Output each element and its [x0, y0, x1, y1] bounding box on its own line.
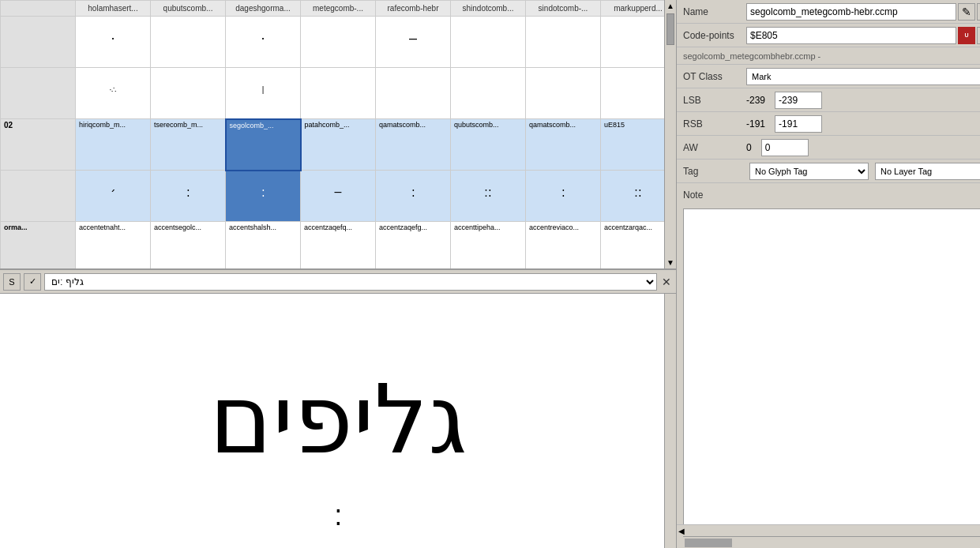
cell-3b-1[interactable]: ׳ — [76, 171, 151, 222]
name-row: Name ✎ ⧉ — [677, 0, 980, 24]
cell-1-4[interactable] — [301, 17, 376, 68]
lsb-value1: -239 — [746, 95, 765, 106]
aw-label: AW — [683, 142, 746, 153]
lsb-label: LSB — [683, 95, 746, 106]
col-header-1[interactable]: holamhasert... — [76, 1, 151, 17]
cell-2-5[interactable] — [376, 68, 451, 119]
name-edit-button[interactable]: ✎ — [958, 3, 975, 21]
rsb-label: RSB — [683, 118, 746, 129]
subtitle-row: segolcomb_metegcombhebr.ccmp - — [677, 47, 980, 65]
row-header-3b — [1, 171, 76, 222]
aw-value1: 0 — [746, 142, 752, 153]
preview-canvas: גליפים ׃ — [0, 294, 676, 548]
cell-1-1[interactable]: · — [76, 17, 151, 68]
ot-class-label: OT Class — [683, 71, 746, 82]
cell-3-7[interactable]: qamatscomb... — [526, 119, 601, 171]
aw-row: AW 0 — [677, 136, 980, 160]
preview-close-button[interactable]: ✕ — [660, 276, 673, 288]
col-header-7[interactable]: sindotcomb-... — [526, 1, 601, 17]
subtitle-text: segolcomb_metegcombhebr.ccmp - — [683, 51, 820, 61]
cell-2-3[interactable]: | — [226, 68, 301, 119]
cell-3b-2[interactable]: ׃ — [151, 171, 226, 222]
layer-tag-select[interactable]: No Layer Tag — [875, 163, 980, 180]
tag-label: Tag — [683, 166, 746, 177]
cell-1-6[interactable] — [451, 17, 526, 68]
cell-3b-6[interactable]: ׃: — [451, 171, 526, 222]
row-header-1 — [1, 17, 76, 68]
row-header-4: orma... — [1, 222, 76, 269]
note-h-scrollbar[interactable] — [683, 536, 980, 548]
preview-panel: S ✓ גליף ׃ים ✕ גליפים ׃ — [0, 268, 676, 548]
col-header-2[interactable]: qubutscomb... — [151, 1, 226, 17]
cell-3-5[interactable]: qamatscomb... — [376, 119, 451, 171]
ot-class-row: OT Class Mark — [677, 65, 980, 88]
cell-3-2[interactable]: tserecomb_m... — [151, 119, 226, 171]
hebrew-preview-text: גליפים — [209, 373, 467, 468]
name-input[interactable] — [746, 3, 956, 21]
cell-2-4[interactable] — [301, 68, 376, 119]
codepoints-input[interactable] — [746, 27, 956, 44]
preview-v-scrollbar[interactable] — [664, 294, 676, 548]
preview-dropdown[interactable]: גליף ׃ים — [44, 273, 657, 291]
cell-4-5[interactable]: accentzaqefg... — [376, 222, 451, 269]
cell-4-7[interactable]: accentreviaco... — [526, 222, 601, 269]
lsb-row: LSB -239 — [677, 88, 980, 112]
codepoints-label: Code-points — [683, 30, 746, 41]
cell-1-2[interactable] — [151, 17, 226, 68]
check-button[interactable]: ✓ — [24, 273, 41, 291]
tag-row: Tag No Glyph Tag No Layer Tag — [677, 160, 980, 183]
cell-1-3[interactable]: · — [226, 17, 301, 68]
codepoints-edit-button[interactable]: ✎ — [977, 27, 980, 44]
cell-3b-7[interactable]: ׃ — [526, 171, 601, 222]
grid-table: holamhasert... qubutscomb... dageshgorma… — [0, 0, 676, 268]
name-copy-button[interactable]: ⧉ — [977, 3, 980, 21]
codepoints-row: Code-points U ✎ — [677, 24, 980, 47]
lsb-input[interactable] — [775, 92, 822, 109]
row-header-2 — [1, 68, 76, 119]
aw-input[interactable] — [761, 139, 809, 156]
ot-class-select[interactable]: Mark — [746, 68, 980, 85]
note-label: Note — [683, 190, 746, 201]
cell-2-1[interactable]: ·∴ — [76, 68, 151, 119]
rsb-row: RSB -191 — [677, 112, 980, 136]
cell-2-6[interactable] — [451, 68, 526, 119]
cell-1-5[interactable]: – — [376, 17, 451, 68]
col-header-4[interactable]: metegcomb-... — [301, 1, 376, 17]
cell-4-4[interactable]: accentzaqefq... — [301, 222, 376, 269]
row-header-3: 02 — [1, 119, 76, 171]
left-arrow[interactable]: ◀ — [677, 527, 686, 535]
glyph-tag-select[interactable]: No Glyph Tag — [749, 163, 869, 180]
cell-3-1[interactable]: hiriqcomb_m... — [76, 119, 151, 171]
name-label: Name — [683, 6, 746, 17]
cell-3b-5[interactable]: ׃ — [376, 171, 451, 222]
v-scroll-thumb[interactable] — [666, 13, 674, 45]
font-s-button[interactable]: S — [3, 273, 21, 291]
glyph-grid: holamhasert... qubutscomb... dageshgorma… — [0, 0, 676, 268]
cell-4-3[interactable]: accentshalsh... — [226, 222, 301, 269]
cell-2-7[interactable] — [526, 68, 601, 119]
col-header-3[interactable]: dageshgorma... — [226, 1, 301, 17]
hebrew-small-text: ׃ — [334, 499, 343, 532]
cell-3-4[interactable]: patahcomb_... — [301, 119, 376, 171]
rsb-value1: -191 — [746, 118, 765, 129]
grid-corner — [1, 1, 76, 17]
unicode-button[interactable]: U — [958, 27, 975, 44]
note-bottom-scrollbar[interactable]: ◀ ▶ — [677, 524, 980, 536]
col-header-5[interactable]: rafecomb-hebr — [376, 1, 451, 17]
cell-3b-4[interactable]: – — [301, 171, 376, 222]
cell-3-3[interactable]: segolcomb_... — [226, 119, 301, 171]
properties-panel: Name ✎ ⧉ Code-points U ✎ segolcomb_meteg… — [676, 0, 980, 548]
cell-4-2[interactable]: accentsegolc... — [151, 222, 226, 269]
cell-3-6[interactable]: qubutscomb... — [451, 119, 526, 171]
cell-3b-3[interactable]: ׃ — [226, 171, 301, 222]
cell-4-6[interactable]: accenttipeha... — [451, 222, 526, 269]
grid-v-scrollbar[interactable]: ▲ ▼ — [664, 0, 676, 268]
cell-4-1[interactable]: accentetnaht... — [76, 222, 151, 269]
rsb-input[interactable] — [775, 115, 822, 133]
note-textarea[interactable] — [683, 208, 980, 535]
cell-2-2[interactable] — [151, 68, 226, 119]
note-h-thumb[interactable] — [685, 539, 732, 547]
cell-1-7[interactable] — [526, 17, 601, 68]
col-header-6[interactable]: shindotcomb... — [451, 1, 526, 17]
note-section: Note ▲ ▼ ◀ ▶ — [677, 183, 980, 548]
